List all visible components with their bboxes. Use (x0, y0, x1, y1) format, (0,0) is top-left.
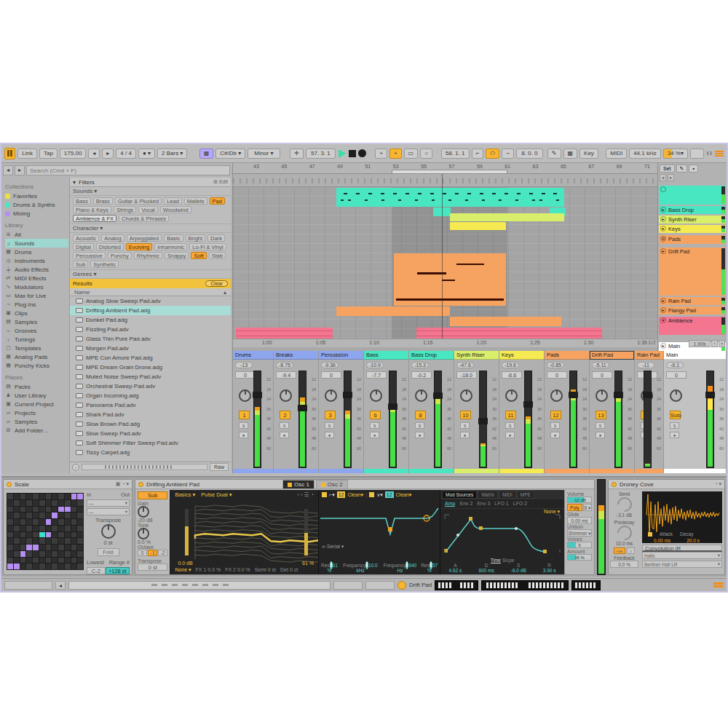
filter-tag[interactable]: Pad (210, 197, 225, 205)
track-fold-icon[interactable]: ▸ (660, 207, 666, 213)
sync-mode-button[interactable]: ♪ (627, 547, 635, 554)
nudge-up-button[interactable]: ▸ (102, 149, 114, 159)
browser-file-row[interactable]: Soft Shimmer Filter Sweep Pad.adv (70, 438, 231, 448)
transpose-value[interactable]: 0 st (87, 539, 130, 546)
tab-matrix[interactable]: Matrix (478, 491, 498, 499)
fader-handle[interactable] (343, 392, 352, 398)
solo-button[interactable]: S (670, 422, 679, 429)
fader-handle[interactable] (523, 401, 533, 408)
solo-button[interactable]: S (415, 422, 424, 429)
volume-field[interactable]: -6.6 (502, 371, 522, 379)
scroll-right-button[interactable]: ▸ (668, 174, 674, 181)
track-activator-button[interactable]: 3 (325, 411, 336, 419)
filter-tag[interactable]: Dark (207, 234, 225, 242)
filter2-type-icon[interactable]: ∨▾ (376, 492, 383, 498)
wt-category-select[interactable]: Basics ▾ (175, 491, 195, 498)
filter-tag[interactable]: Bass (73, 197, 91, 205)
scale-menu[interactable]: Minor ▾ (248, 149, 280, 159)
record-button[interactable] (358, 148, 366, 159)
pan-knob[interactable] (415, 389, 427, 402)
scale-highlight-icon[interactable]: ▦ (199, 149, 214, 159)
mini-keyboard[interactable] (435, 580, 478, 590)
preview-speaker-icon[interactable]: ♪ (72, 464, 79, 471)
mixer-track-title[interactable]: Synth Riser (454, 351, 499, 360)
library-item[interactable]: ▭ Max for Live (5, 291, 68, 300)
raw-button[interactable]: Raw (210, 463, 229, 471)
filter-tag[interactable]: Bright (186, 234, 206, 242)
browser-file-row[interactable]: Organ Incoming.adg (70, 391, 231, 400)
fader-handle[interactable] (298, 405, 307, 411)
arm-button[interactable]: ● (370, 432, 379, 438)
impulse-response-display[interactable]: Attack Decay (642, 491, 722, 538)
freq1-knob[interactable] (365, 561, 368, 569)
places-item[interactable]: ▱ Projects (5, 408, 68, 417)
peak-level-value[interactable]: -15.3 (411, 362, 429, 368)
library-item[interactable]: ▣ Clips (5, 309, 68, 317)
pan-knob[interactable] (550, 389, 563, 402)
search-input[interactable] (26, 165, 230, 175)
zoom-out-button[interactable]: ▫ (711, 340, 718, 347)
zoom-amount-field[interactable]: 1.90s (689, 340, 711, 347)
punch-out-button[interactable]: ¬ (502, 149, 514, 159)
tab-lfo1[interactable]: LFO 1 (494, 501, 508, 507)
tab-env2[interactable]: Env 2 (459, 501, 472, 507)
gain-knob[interactable] (138, 506, 149, 518)
filter2-on-icon[interactable] (369, 492, 374, 497)
browser-back-button[interactable]: ◂ (3, 165, 13, 175)
places-item[interactable]: ▤ Packs (5, 382, 68, 391)
mixer-track-title[interactable]: Breaks (274, 351, 318, 360)
ir-file-select[interactable]: Berliner Hall LR▾ (642, 561, 722, 568)
browser-file-row[interactable]: Muted Noise Sweep Pad.adv (70, 372, 231, 381)
filter-tag[interactable]: Rhythmic (134, 252, 162, 259)
midi-arrangement-overdub-button[interactable]: + (389, 149, 402, 159)
osc-detune-value[interactable]: Det 0 ct (280, 567, 298, 573)
ir-node-icon[interactable] (648, 532, 652, 537)
pan-knob[interactable] (505, 389, 518, 402)
filter-tag[interactable]: Distorted (96, 243, 124, 250)
nudge-down-button[interactable]: ◂ (88, 149, 100, 159)
fold-button[interactable]: Fold (98, 548, 119, 556)
browser-file-row[interactable]: MPE Con Amore Pad.adg (70, 353, 231, 363)
arrangement-clip[interactable] (336, 306, 450, 316)
device-extra-icons[interactable]: ▣ ◔ ▾ (116, 481, 129, 487)
scale-base-select[interactable]: —▾ (87, 499, 130, 507)
filter-tag[interactable]: Acoustic (73, 234, 99, 242)
solo-button[interactable]: S (280, 422, 289, 429)
osc-fx1-value[interactable]: FX 1 0.0 % (196, 567, 221, 573)
filters-collapse-icon[interactable]: ▾ (73, 179, 76, 186)
mixer-track-title[interactable]: Drift Pad (590, 351, 634, 360)
filter-tag[interactable]: Strings (114, 206, 136, 213)
filter-tag[interactable]: Inharmonic (154, 243, 187, 250)
arm-button[interactable]: ● (325, 432, 334, 438)
device-on-icon[interactable] (612, 482, 617, 487)
glide-value[interactable]: 0.00 ms (567, 517, 592, 524)
track-fold-icon[interactable]: ▸ (660, 226, 666, 232)
library-item[interactable]: ▤ Samples (5, 317, 68, 326)
filter-tag[interactable]: Lead (164, 197, 182, 205)
sounds-filter-group[interactable]: Sounds ▾ (70, 187, 231, 196)
follow-button[interactable]: ✛ (290, 149, 304, 159)
track-activator-button[interactable]: 1 (239, 411, 250, 419)
adsr-envelope-display[interactable] (440, 510, 564, 555)
track-fold-icon[interactable]: ⊘ (660, 236, 666, 242)
arrangement-position-field[interactable]: 57. 3. 1 (306, 149, 336, 159)
edit-filters-button[interactable]: ⊞ Edit (213, 179, 228, 185)
arrangement-overview[interactable] (233, 174, 657, 187)
octave-minus1[interactable]: -1 (148, 550, 157, 556)
volume-field[interactable]: 0 (592, 371, 612, 379)
library-item[interactable]: ⌁ Plug-Ins (5, 300, 68, 309)
io-toggle-icon[interactable]: ▪ (689, 165, 697, 173)
track-header[interactable]: ▸ Synth Riser (659, 215, 726, 223)
arm-button[interactable]: ● (550, 432, 560, 438)
scroll-left-button[interactable]: ◂ (660, 174, 666, 181)
browser-file-row[interactable]: Glass Thin Pure Pad.adv (70, 334, 231, 344)
loop-start-field[interactable]: 58. 1. 1 (441, 149, 470, 159)
wt-view-icons[interactable]: ‹ › ☰ ◔ (298, 491, 314, 498)
arm-button[interactable]: ● (239, 432, 248, 438)
places-item[interactable]: ⊞ Add Folder… (5, 426, 68, 435)
track-fold-icon[interactable] (660, 186, 666, 192)
mini-keyboard[interactable] (481, 580, 569, 590)
volume-field[interactable]: 0 (547, 371, 567, 379)
peak-level-value[interactable]: -9.1 (666, 362, 684, 368)
fader-handle[interactable] (388, 403, 397, 410)
